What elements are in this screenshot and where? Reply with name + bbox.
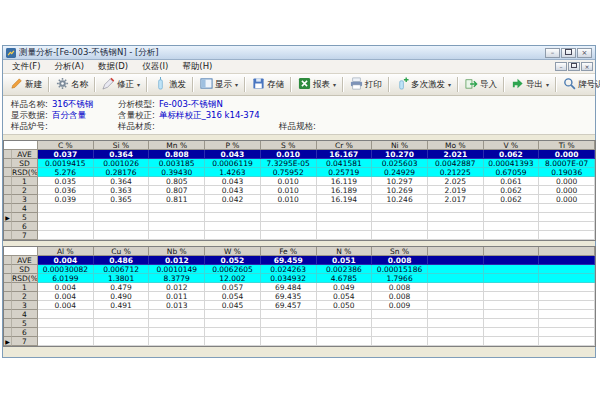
column-header[interactable]: P % <box>205 141 261 150</box>
table-cell[interactable] <box>317 319 373 328</box>
column-header[interactable]: N % <box>317 247 373 256</box>
table-cell[interactable] <box>38 222 94 231</box>
table-cell[interactable] <box>317 204 373 213</box>
table-cell[interactable]: 16.194 <box>317 195 373 204</box>
row-label[interactable]: 2 <box>12 292 38 301</box>
table-cell[interactable] <box>539 283 595 292</box>
column-header[interactable]: S % <box>261 141 317 150</box>
row-label[interactable]: 4 <box>12 204 38 213</box>
menu-item-1[interactable]: 文件(F) <box>5 61 48 73</box>
table-cell[interactable]: 0.0042887 <box>428 159 484 168</box>
table-cell[interactable]: 1.3801 <box>94 274 150 283</box>
table-cell[interactable] <box>372 328 428 337</box>
table-cell[interactable]: 0.364 <box>94 177 150 186</box>
row-label[interactable]: 7 <box>12 231 38 240</box>
table-cell[interactable]: 0.008 <box>372 283 428 292</box>
column-header[interactable]: Al % <box>38 247 94 256</box>
table-cell[interactable]: 0.808 <box>149 150 205 159</box>
column-header[interactable] <box>428 247 484 256</box>
table-cell[interactable]: 0.035 <box>38 177 94 186</box>
table-cell[interactable]: 0.061 <box>484 177 540 186</box>
table-cell[interactable]: 69.484 <box>261 283 317 292</box>
table-cell[interactable]: 10.246 <box>372 195 428 204</box>
table-cell[interactable]: 2.019 <box>428 186 484 195</box>
table-cell[interactable]: 0.004 <box>38 283 94 292</box>
table-cell[interactable] <box>317 213 373 222</box>
table-cell[interactable] <box>38 319 94 328</box>
table-cell[interactable]: 0.052 <box>205 256 261 265</box>
table-cell[interactable] <box>149 213 205 222</box>
table-cell[interactable] <box>94 319 150 328</box>
table-cell[interactable]: 0.043 <box>205 150 261 159</box>
table-cell[interactable]: 0.062 <box>484 195 540 204</box>
table-cell[interactable] <box>428 231 484 240</box>
table-cell[interactable] <box>539 265 595 274</box>
table-cell[interactable] <box>484 265 540 274</box>
table-cell[interactable]: 0.037 <box>38 150 94 159</box>
table-cell[interactable]: 0.010 <box>261 195 317 204</box>
table-cell[interactable] <box>261 213 317 222</box>
row-label[interactable]: 3 <box>12 301 38 310</box>
maximize-icon[interactable] <box>561 48 576 58</box>
table-cell[interactable] <box>539 337 595 346</box>
table-cell[interactable]: 0.004 <box>38 256 94 265</box>
table-cell[interactable] <box>428 310 484 319</box>
table-cell[interactable] <box>484 283 540 292</box>
menu-item-4[interactable]: 仪器(I) <box>135 61 175 73</box>
table-cell[interactable]: 2.025 <box>428 177 484 186</box>
table-cell[interactable] <box>484 328 540 337</box>
table-cell[interactable] <box>149 204 205 213</box>
row-label[interactable]: AVE <box>12 150 38 159</box>
table-cell[interactable]: 0.051 <box>317 256 373 265</box>
table-cell[interactable] <box>428 222 484 231</box>
table-cell[interactable] <box>484 204 540 213</box>
column-header[interactable]: Ti % <box>539 141 595 150</box>
table-cell[interactable] <box>428 213 484 222</box>
table-cell[interactable] <box>539 222 595 231</box>
column-header[interactable]: V % <box>484 141 540 150</box>
toolbar-button-11[interactable]: 导出▾ <box>507 75 553 94</box>
table-cell[interactable]: 2.017 <box>428 195 484 204</box>
table-cell[interactable]: 0.000 <box>539 186 595 195</box>
row-label[interactable]: 1 <box>12 177 38 186</box>
table-cell[interactable] <box>484 319 540 328</box>
table-cell[interactable] <box>205 222 261 231</box>
table-cell[interactable] <box>149 328 205 337</box>
row-label[interactable]: 6 <box>12 222 38 231</box>
table-cell[interactable] <box>94 222 150 231</box>
table-cell[interactable]: 0.0006119 <box>205 159 261 168</box>
child-restore-icon[interactable] <box>568 62 580 71</box>
row-label[interactable]: SD <box>12 159 38 168</box>
table-cell[interactable]: 69.457 <box>261 301 317 310</box>
toolbar-button-1[interactable]: 新建 <box>6 75 46 94</box>
table-cell[interactable]: 0.008 <box>372 256 428 265</box>
table-cell[interactable]: 0.00015186 <box>372 265 428 274</box>
table-cell[interactable]: 0.009 <box>372 301 428 310</box>
table-cell[interactable]: 0.0019415 <box>38 159 94 168</box>
table-cell[interactable]: 0.19036 <box>539 168 595 177</box>
table-cell[interactable]: 0.041581 <box>317 159 373 168</box>
column-header[interactable]: Nb % <box>149 247 205 256</box>
table-cell[interactable]: 0.002386 <box>317 265 373 274</box>
table-cell[interactable] <box>539 310 595 319</box>
toolbar-button-8[interactable]: 打印 <box>346 75 386 94</box>
row-label[interactable]: 1 <box>12 283 38 292</box>
table-cell[interactable]: 0.003185 <box>149 159 205 168</box>
table-cell[interactable]: 0.034932 <box>261 274 317 283</box>
table-cell[interactable]: 0.000 <box>539 177 595 186</box>
table-cell[interactable]: 0.0010149 <box>149 265 205 274</box>
table-cell[interactable] <box>261 337 317 346</box>
menu-item-3[interactable]: 数据(D) <box>91 61 135 73</box>
row-label[interactable]: RSD(%) <box>12 168 38 177</box>
table-cell[interactable]: 10.270 <box>372 150 428 159</box>
toolbar-button-7[interactable]: 报表▾ <box>294 75 340 94</box>
table-cell[interactable]: 7.3295E-05 <box>261 159 317 168</box>
table-cell[interactable]: 0.004 <box>38 301 94 310</box>
table-cell[interactable]: 8.0007E-07 <box>539 159 595 168</box>
toolbar-button-5[interactable]: 显示▾ <box>196 75 242 94</box>
table-cell[interactable]: 69.459 <box>261 256 317 265</box>
toolbar-button-12[interactable]: 牌号识别 <box>559 75 600 94</box>
table-cell[interactable]: 0.486 <box>94 256 150 265</box>
table-cell[interactable] <box>149 231 205 240</box>
table-cell[interactable]: 0.050 <box>317 301 373 310</box>
